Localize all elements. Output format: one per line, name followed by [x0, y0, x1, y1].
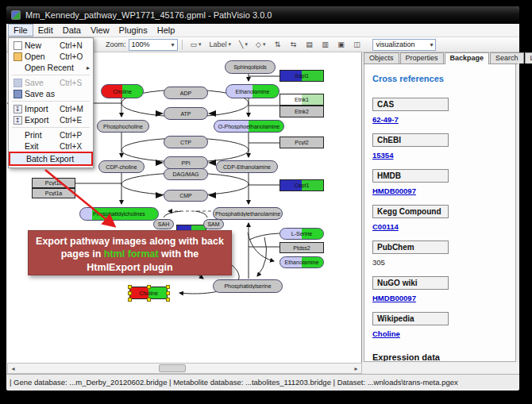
- titlebar: Mm_Kennedy_pathway_WP1771_45176.gpml - P…: [6, 6, 519, 24]
- side-panel: ObjectsPropertiesBackpageSearchLegend Cr…: [362, 52, 518, 363]
- align-center-y-button[interactable]: ⇆: [287, 39, 299, 51]
- node-label: Phosphocholine: [102, 124, 145, 129]
- stack-horizontal-button[interactable]: ◫: [350, 39, 363, 51]
- pathway-node-l-serine[interactable]: L-Serine: [279, 228, 324, 240]
- pathway-node-phosphatidylcholines[interactable]: Phosphatidylcholines: [79, 207, 159, 221]
- menubar-item-edit[interactable]: Edit: [33, 25, 58, 36]
- menubar-item-data[interactable]: Data: [58, 25, 86, 36]
- cross-reference-link[interactable]: C00114: [372, 222, 507, 231]
- pathway-node-etnk2[interactable]: Etnk2: [279, 106, 324, 117]
- menu-item-shortcut: Ctrl+M: [60, 105, 90, 114]
- pathway-node-pcyt1a[interactable]: Pcyt1a: [32, 188, 75, 198]
- cross-reference-value: 305: [372, 258, 507, 267]
- pathway-node-dag-mag[interactable]: DAG/MAG: [164, 168, 208, 180]
- pathway-node-sgpl1[interactable]: Sgpl1: [279, 70, 324, 82]
- tab-backpage[interactable]: Backpage: [445, 52, 490, 64]
- menu-icon-gutter: [10, 79, 25, 87]
- selection-handle[interactable]: [166, 285, 170, 289]
- pathway-node-pcyt1b[interactable]: Pcyt1b: [32, 178, 75, 188]
- match-height-button[interactable]: ▥: [318, 39, 331, 51]
- pathvisio-window: Mm_Kennedy_pathway_WP1771_45176.gpml - P…: [6, 6, 519, 391]
- pathway-node-etnk1[interactable]: Etnk1: [279, 94, 324, 106]
- canvas-horizontal-scrollbar[interactable]: ◂ ▸: [7, 363, 362, 374]
- menu-item-import[interactable]: ↧ImportCtrl+M: [9, 103, 93, 114]
- menu-item-print[interactable]: PrintCtrl+P: [9, 129, 93, 140]
- backpage-content: Cross references CAS62-49-7ChEBI15354HMD…: [364, 64, 516, 362]
- menu-item-open-recent[interactable]: Open Recent▸: [9, 62, 93, 73]
- new-line-button[interactable]: ╲▾: [237, 39, 250, 51]
- expression-data-heading: Expression data: [372, 352, 507, 362]
- pathway-node-cdp-choline[interactable]: CDP-choline: [98, 160, 145, 173]
- scroll-left-icon[interactable]: ◂: [8, 364, 18, 373]
- menu-item-export[interactable]: ↥ExportCtrl+E: [9, 114, 93, 125]
- selection-handle[interactable]: [128, 291, 132, 295]
- pathway-node-sah[interactable]: SAH: [153, 219, 174, 229]
- toolbar-separator: [182, 40, 183, 50]
- pathway-node-ctp[interactable]: CTP: [164, 136, 208, 148]
- match-width-icon: ▤: [306, 40, 313, 48]
- pathway-node-o-phosphoethanolamine[interactable]: O-Phosphoethanolamine: [214, 120, 284, 133]
- selection-handle[interactable]: [128, 298, 132, 302]
- menu-item-open[interactable]: OpenCtrl+O: [9, 51, 93, 62]
- menu-item-save-as[interactable]: Save as: [9, 88, 93, 99]
- pathway-node-pcyt2[interactable]: Pcyt2: [279, 137, 324, 148]
- menubar-item-plugins[interactable]: Plugins: [114, 25, 152, 36]
- pathway-node-ppi[interactable]: PPi: [164, 156, 208, 169]
- pathway-node-cept1[interactable]: Cept1: [279, 179, 324, 191]
- menubar-item-help[interactable]: Help: [152, 25, 180, 36]
- new-datanode-button[interactable]: ▭▾: [188, 39, 204, 51]
- backpage-sections: CAS62-49-7ChEBI15354HMDBHMDB00097Kegg Co…: [372, 96, 507, 346]
- pathway-node-atp[interactable]: ATP: [164, 107, 208, 120]
- node-label: CDP-Ethanolamine: [222, 164, 272, 170]
- pathway-node-cdp-ethanolamine[interactable]: CDP-Ethanolamine: [216, 160, 278, 173]
- visualization-combobox[interactable]: visualization ▾: [372, 39, 436, 51]
- pathway-node-ptdss2[interactable]: Ptdss2: [279, 242, 324, 253]
- match-width-button[interactable]: ▤: [303, 39, 315, 51]
- pathway-node-phosphatidylserine[interactable]: Phosphatidylserine: [213, 279, 283, 293]
- backpage-section-chebi: ChEBI15354: [372, 132, 507, 167]
- menu-item-label: New: [25, 40, 60, 50]
- tab-search[interactable]: Search: [490, 52, 524, 63]
- selection-handle[interactable]: [147, 285, 151, 289]
- scroll-right-icon[interactable]: ▸: [351, 364, 361, 373]
- backpage-section-header: CAS: [372, 98, 449, 111]
- selection-handle[interactable]: [128, 285, 132, 289]
- menu-icon-gutter: [10, 90, 25, 98]
- save-icon: [13, 79, 22, 87]
- selection-handle[interactable]: [166, 291, 170, 295]
- tab-objects[interactable]: Objects: [364, 52, 399, 63]
- tab-properties[interactable]: Properties: [400, 52, 444, 63]
- cross-reference-link[interactable]: HMDB00097: [372, 294, 507, 302]
- pathway-node-sam[interactable]: SAM: [203, 219, 224, 229]
- new-shape-button[interactable]: ◇▾: [253, 39, 268, 51]
- pathway-node-ethanolamine[interactable]: Ethanolamine: [279, 256, 324, 268]
- pathway-node-adp[interactable]: ADP: [164, 87, 208, 99]
- pathway-node-choline[interactable]: Choline: [101, 84, 144, 98]
- menu-item-new[interactable]: NewCtrl+N: [9, 40, 93, 51]
- new-label-button[interactable]: Label▾: [207, 39, 234, 51]
- menu-icon-gutter: [10, 41, 25, 50]
- cross-reference-link[interactable]: HMDB00097: [372, 187, 507, 195]
- pathway-node-choline[interactable]: Choline: [129, 287, 168, 299]
- pathway-node-phosphocholine[interactable]: Phosphocholine: [97, 120, 149, 133]
- pathway-node-ethanolamine[interactable]: Ethanolamine: [226, 84, 279, 98]
- node-label: Ptdss2: [291, 245, 311, 251]
- zoom-combobox[interactable]: 100% ▾: [129, 39, 178, 51]
- menu-icon-gutter: ↥: [10, 116, 25, 125]
- pathway-node-sphingolipids[interactable]: Sphingolipids: [225, 60, 276, 74]
- selection-handle[interactable]: [166, 298, 170, 302]
- stack-vertical-button[interactable]: ▣: [334, 39, 347, 51]
- tab-legend[interactable]: Legend: [525, 52, 532, 63]
- pathway-node-phosphatidylethanolamine[interactable]: Phosphatidylethanolamine: [213, 207, 283, 220]
- menubar-item-view[interactable]: View: [86, 25, 114, 36]
- cross-reference-link[interactable]: Choline: [372, 329, 507, 338]
- align-center-x-button[interactable]: ⇅: [271, 39, 283, 51]
- scrollbar-thumb[interactable]: [159, 364, 186, 372]
- selection-handle[interactable]: [147, 298, 151, 302]
- menu-item-batch-export[interactable]: Batch Export: [9, 152, 93, 166]
- cross-reference-link[interactable]: 62-49-7: [372, 115, 507, 124]
- menu-item-exit[interactable]: ExitCtrl+X: [9, 140, 93, 152]
- pathway-node-cmp[interactable]: CMP: [164, 190, 208, 202]
- cross-reference-link[interactable]: 15354: [372, 151, 507, 160]
- menubar-item-file[interactable]: File: [8, 24, 33, 37]
